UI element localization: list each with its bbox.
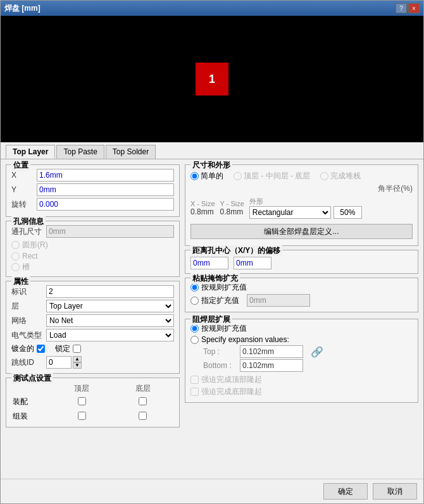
assembly-label: 装配 — [13, 395, 51, 409]
paste-specify-radio[interactable] — [190, 297, 199, 305]
rect-radio[interactable] — [11, 252, 20, 261]
x-offset-input[interactable] — [190, 257, 228, 269]
corner-pct-input[interactable] — [334, 206, 362, 219]
offset-group: 距离孔中心（X/Y）的偏移 — [185, 250, 418, 274]
tab-top-solder[interactable]: Top Solder — [106, 145, 156, 159]
topmidbot-option: 顶层 - 中间层 - 底层 — [234, 171, 310, 181]
tabs-row: Top Layer Top Paste Top Solder — [1, 142, 423, 159]
left-panel: 位置 X Y 旋转 孔洞信息 通孔尺寸 — [6, 164, 180, 474]
shape-mode-row: 简单的 顶层 - 中间层 - 底层 完成堆栈 — [190, 171, 413, 181]
right-panel: 尺寸和外形 简单的 顶层 - 中间层 - 底层 完成堆栈 — [185, 164, 418, 474]
layer-select[interactable]: Top Layer Bottom Layer Multi-Layer — [46, 300, 174, 312]
ysize-value: 0.8mm — [220, 207, 244, 216]
spinbox-buttons: ▲ ▼ — [73, 356, 82, 369]
close-button[interactable]: × — [408, 3, 420, 13]
force-bottom-row: 强迫完成底部隆起 — [190, 386, 413, 397]
cancel-button[interactable]: 取消 — [373, 483, 417, 500]
hole-section-label: 孔洞信息 — [11, 216, 46, 227]
coating-lock-row: 镀金的 锁定 — [11, 343, 174, 354]
assemble-bottom-checkbox[interactable] — [139, 412, 147, 420]
lock-label: 锁定 — [55, 343, 70, 354]
hole-size-label: 通孔尺寸 — [11, 226, 46, 237]
y-label: Y — [11, 185, 37, 194]
size-shape-group: 尺寸和外形 简单的 顶层 - 中间层 - 底层 完成堆栈 — [185, 164, 418, 246]
solder-top-input[interactable] — [240, 345, 303, 358]
lock-checkbox[interactable] — [73, 345, 81, 353]
net-label: 网络 — [11, 316, 46, 326]
help-button[interactable]: ? — [396, 3, 407, 13]
net-row: 网络 No Net — [11, 314, 174, 327]
x-label: X — [11, 171, 37, 180]
assembly-top-checkbox[interactable] — [78, 397, 86, 405]
fullstack-option: 完成堆栈 — [320, 171, 361, 181]
solder-bottom-input[interactable] — [240, 359, 303, 372]
slot-radio[interactable] — [11, 263, 20, 271]
bottom-buttons: 确定 取消 — [1, 479, 423, 503]
coating-checkbox[interactable] — [37, 345, 45, 353]
force-bottom-label: 强迫完成底部隆起 — [201, 386, 262, 397]
offset-label: 距离孔中心（X/Y）的偏移 — [190, 245, 282, 256]
net-select[interactable]: No Net — [46, 314, 174, 327]
x-row: X — [11, 169, 174, 181]
force-bottom-checkbox[interactable] — [190, 388, 199, 396]
paste-specify-row: 指定扩充值 — [190, 294, 413, 307]
solder-group: 阻焊层扩展 按规则扩充值 Specify expansion values: T… — [185, 319, 418, 403]
xsize-col-label: X - Size — [190, 200, 215, 207]
pad-preview: 1 — [196, 63, 228, 95]
corner-pct-header: 角半径(%) — [190, 183, 413, 194]
fullstack-radio[interactable] — [320, 172, 328, 180]
y-offset-input[interactable] — [234, 257, 271, 269]
assembly-bottom-checkbox[interactable] — [139, 397, 147, 405]
force-top-checkbox[interactable] — [190, 376, 199, 384]
paste-group: 粘贴掩饰扩充 按规则扩充值 指定扩充值 — [185, 278, 418, 312]
rotate-input[interactable] — [37, 198, 174, 211]
solder-section-label: 阻焊层扩展 — [190, 314, 232, 325]
type-select[interactable]: Load Source Terminator — [46, 329, 174, 341]
assemble-label: 组装 — [13, 410, 51, 423]
simple-radio[interactable] — [190, 172, 199, 180]
ysize-group: Y - Size 0.8mm — [220, 200, 244, 216]
assemble-top-checkbox[interactable] — [78, 412, 86, 420]
id-input[interactable] — [46, 285, 174, 298]
circle-radio[interactable] — [11, 241, 20, 249]
circle-label: 圆形(R) — [22, 240, 48, 250]
jumpid-label: 跳线ID — [11, 357, 46, 368]
simple-label: 简单的 — [201, 171, 223, 181]
solder-specify-radio[interactable] — [190, 336, 199, 344]
layer-label: 层 — [11, 301, 46, 312]
spinbox-up-button[interactable]: ▲ — [73, 356, 82, 362]
id-row: 标识 — [11, 285, 174, 298]
testpoint-section-label: 测试点设置 — [11, 373, 53, 384]
ok-button[interactable]: 确定 — [323, 483, 368, 500]
solder-rule-radio[interactable] — [190, 324, 199, 333]
topmidbot-radio[interactable] — [234, 172, 242, 180]
solder-top-label: Top : — [203, 347, 235, 356]
jumpid-input[interactable] — [46, 356, 72, 369]
spinbox-down-button[interactable]: ▼ — [73, 362, 82, 369]
coating-row: 镀金的 — [11, 343, 45, 354]
bottom-col-header: 底层 — [113, 383, 173, 394]
jumpid-spinbox: ▲ ▼ — [46, 356, 82, 369]
solder-bottom-label: Bottom : — [203, 361, 235, 370]
hole-size-row: 通孔尺寸 — [11, 225, 174, 238]
topmidbot-label: 顶层 - 中间层 - 底层 — [244, 171, 310, 181]
type-row: 电气类型 Load Source Terminator — [11, 329, 174, 341]
y-input[interactable] — [37, 183, 174, 196]
edit-pads-button[interactable]: 编辑全部焊盘层定义... — [190, 224, 413, 239]
assemble-row: 组装 — [13, 410, 173, 423]
link-icon: 🔗 — [311, 346, 323, 358]
shape-select[interactable]: Rectangular Round Octagonal Rounded Rect… — [249, 206, 331, 219]
hole-size-input[interactable] — [46, 225, 174, 238]
solder-inputs: Top : 🔗 Bottom : — [203, 345, 413, 372]
main-window: 焊盘 [mm] ? × 1 Top Layer Top Paste Top So… — [0, 0, 424, 504]
paste-rule-radio[interactable] — [190, 283, 199, 292]
tab-top-paste[interactable]: Top Paste — [56, 145, 104, 159]
x-input[interactable] — [37, 169, 174, 181]
rotate-row: 旋转 — [11, 198, 174, 211]
rotate-label: 旋转 — [11, 199, 37, 210]
paste-specify-input[interactable] — [247, 294, 310, 307]
window-title: 焊盘 [mm] — [4, 3, 394, 14]
tab-top-layer[interactable]: Top Layer — [6, 145, 55, 159]
coating-label: 镀金的 — [11, 343, 34, 354]
position-label: 位置 — [11, 160, 30, 171]
